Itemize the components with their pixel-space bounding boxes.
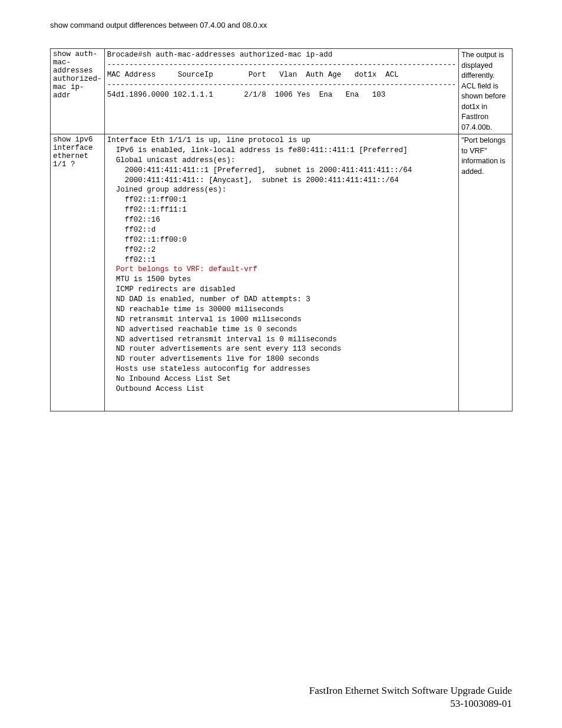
- output-line: ff02::1:ff00:0: [107, 236, 187, 244]
- output-line: ND router advertisements live for 1800 s…: [107, 355, 319, 363]
- table-row: show ipv6 interface ethernet 1/1 ?Interf…: [51, 134, 513, 411]
- output-line: Port belongs to VRF: default-vrf: [107, 265, 257, 274]
- output-line: ----------------------------------------…: [107, 61, 457, 69]
- output-line: ff02::2: [107, 246, 156, 254]
- diff-table: show auth- mac- addresses authorized- ma…: [50, 48, 513, 411]
- output-cell: Brocade#sh auth-mac-addresses authorized…: [104, 49, 459, 134]
- output-line: Global unicast address(es):: [107, 156, 236, 164]
- command-cell: show ipv6 interface ethernet 1/1 ?: [51, 134, 105, 411]
- page-header: show command output differences between …: [50, 21, 267, 29]
- output-line: Joined group address(es):: [107, 186, 227, 194]
- page-title: show command output differences between …: [50, 21, 267, 29]
- output-line: Brocade#sh auth-mac-addresses authorized…: [107, 51, 333, 59]
- output-cell: Interface Eth 1/1/1 is up, line protocol…: [104, 134, 459, 411]
- page-footer: FastIron Ethernet Switch Software Upgrad…: [309, 684, 512, 710]
- output-line: 54d1.1896.0000 102.1.1.1 2/1/8 1006 Yes …: [107, 91, 386, 99]
- output-line: MAC Address SourceIp Port Vlan Auth Age …: [107, 71, 399, 79]
- output-line: Outbound Access List: [107, 385, 204, 393]
- footer-docnum: 53-1003089-01: [309, 697, 512, 710]
- output-line: ND advertised reachable time is 0 second…: [107, 325, 297, 334]
- output-line: ND retransmit interval is 1000 milisecon…: [107, 315, 302, 324]
- notes-cell: "Port belongs to VRF" information is add…: [459, 134, 513, 411]
- output-line: 2000:411:411:411:: [Anycast], subnet is …: [107, 176, 399, 185]
- output-line: ff02::1:ff00:1: [107, 196, 187, 204]
- diff-table-body: show auth- mac- addresses authorized- ma…: [51, 49, 513, 411]
- output-line: IPv6 is enabled, link-local address is f…: [107, 146, 408, 154]
- output-line: ICMP redirects are disabled: [107, 285, 236, 294]
- output-line: Hosts use stateless autoconfig for addre…: [107, 365, 310, 373]
- output-line: ND advertised retransmit interval is 0 m…: [107, 335, 337, 344]
- output-line: ND reachable time is 30000 miliseconds: [107, 305, 284, 314]
- output-line: ----------------------------------------…: [107, 81, 457, 89]
- output-line: 2000:411:411:411::1 [Preferred], subnet …: [107, 166, 412, 174]
- output-line: ff02::1: [107, 256, 156, 264]
- notes-cell: The output is displayed differently. ACL…: [459, 49, 513, 134]
- output-line: MTU is 1500 bytes: [107, 275, 191, 284]
- output-line: ND router advertisements are sent every …: [107, 345, 342, 353]
- command-cell: show auth- mac- addresses authorized- ma…: [51, 49, 105, 134]
- output-line: Interface Eth 1/1/1 is up, line protocol…: [107, 136, 310, 144]
- table-row: show auth- mac- addresses authorized- ma…: [51, 49, 513, 134]
- output-line: ff02::1:ff11:1: [107, 206, 187, 214]
- output-line: No Inbound Access List Set: [107, 375, 231, 383]
- footer-title: FastIron Ethernet Switch Software Upgrad…: [309, 684, 512, 697]
- output-line: ff02::d: [107, 226, 156, 234]
- output-line: ff02::16: [107, 216, 160, 224]
- output-line: ND DAD is enabled, number of DAD attempt…: [107, 295, 310, 304]
